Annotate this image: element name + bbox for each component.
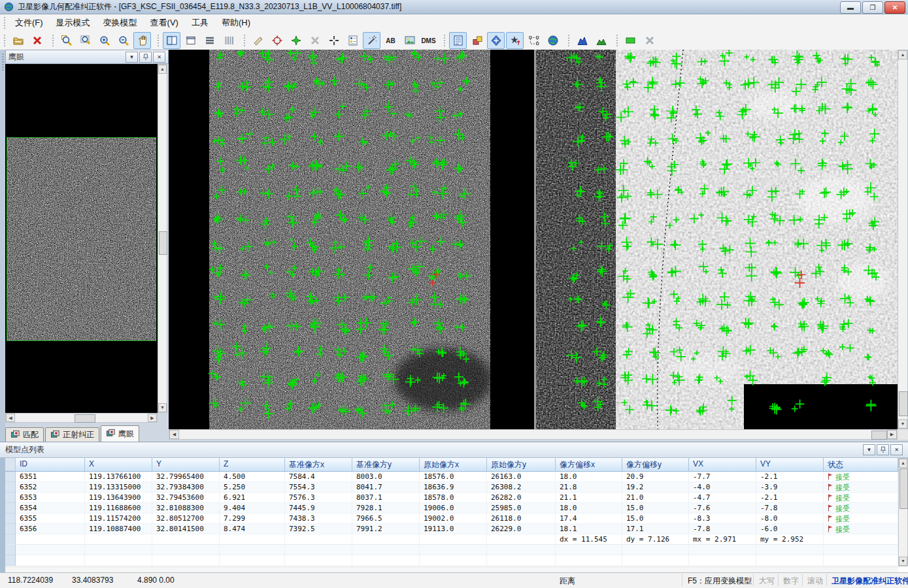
scroll-right-icon[interactable]: ▶ bbox=[887, 430, 897, 439]
column-header-10[interactable]: 像方偏移y bbox=[622, 458, 689, 471]
image-viewer[interactable] bbox=[169, 50, 898, 429]
menu-item-1[interactable]: 文件(F) bbox=[8, 14, 50, 31]
single-window-button[interactable] bbox=[182, 32, 199, 49]
delete-gray-button[interactable] bbox=[306, 32, 324, 49]
overview-hscrollbar[interactable]: ◀ ▶ bbox=[5, 413, 158, 423]
overview-vscrollbar[interactable]: ▲ ▼ bbox=[158, 64, 167, 413]
histogram-blue-button[interactable] bbox=[573, 32, 591, 49]
status-cell[interactable]: 接受 bbox=[824, 493, 898, 503]
status-cell[interactable]: 接受 bbox=[824, 482, 898, 493]
image-view-button[interactable] bbox=[401, 32, 418, 49]
close-gray-button[interactable] bbox=[641, 32, 658, 49]
close-button[interactable]: ✕ bbox=[884, 1, 905, 14]
column-header-4[interactable]: Z bbox=[220, 458, 285, 471]
column-header-7[interactable]: 原始像方x bbox=[420, 458, 487, 471]
scroll-down-icon[interactable]: ▼ bbox=[898, 419, 907, 429]
ab-label-button[interactable]: AB bbox=[382, 32, 399, 49]
column-header-8[interactable]: 原始像方y bbox=[487, 458, 556, 471]
table-vscrollbar[interactable]: ▲ ▼ bbox=[898, 458, 908, 566]
crosshair-button[interactable] bbox=[325, 32, 343, 49]
overview-hscroll-thumb[interactable] bbox=[75, 414, 95, 423]
column-header-5[interactable]: 基准像方x bbox=[285, 458, 352, 471]
scroll-up-icon[interactable]: ▲ bbox=[898, 50, 907, 59]
table-vscroll-thumb[interactable] bbox=[900, 468, 908, 509]
scroll-down-icon[interactable]: ▼ bbox=[899, 557, 907, 566]
table-row[interactable]: 6356119.1088740032.801415008.4747392.579… bbox=[5, 524, 898, 534]
viewer-hscroll-thumb[interactable] bbox=[871, 431, 887, 440]
menu-item-4[interactable]: 查看(V) bbox=[144, 14, 185, 31]
attribute-list-button[interactable] bbox=[449, 32, 467, 49]
view-splitter[interactable] bbox=[534, 50, 536, 429]
status-cell[interactable]: 接受 bbox=[824, 514, 898, 524]
column-header-1[interactable]: ID bbox=[16, 458, 85, 471]
globe-button[interactable] bbox=[544, 32, 562, 49]
green-rect-button[interactable] bbox=[622, 32, 639, 49]
zoom-in-button[interactable] bbox=[95, 32, 113, 49]
zoom-window-button[interactable] bbox=[76, 32, 94, 49]
panel-pin-icon[interactable] bbox=[139, 52, 152, 63]
scroll-down-icon[interactable]: ▼ bbox=[158, 403, 167, 412]
panel-pin-icon[interactable] bbox=[877, 444, 889, 455]
scroll-left-icon[interactable]: ◀ bbox=[169, 430, 179, 439]
overview-canvas[interactable] bbox=[5, 64, 158, 413]
minimize-button[interactable]: ▬ bbox=[840, 1, 861, 14]
column-header-9[interactable]: 像方偏移x bbox=[556, 458, 622, 471]
add-point-ruler-button[interactable] bbox=[249, 32, 267, 49]
viewer-vscroll-thumb[interactable] bbox=[899, 391, 908, 416]
view-tab-1[interactable]: 匹配 bbox=[5, 427, 44, 442]
star-move-button[interactable] bbox=[287, 32, 305, 49]
delete-red-button[interactable] bbox=[28, 32, 46, 49]
viewer-hscrollbar[interactable]: ◀ ▶ bbox=[169, 429, 898, 440]
flight-route-button[interactable] bbox=[506, 32, 524, 49]
view-tab-2[interactable]: 正射纠正 bbox=[45, 427, 99, 442]
tile-horizontal-button[interactable] bbox=[201, 32, 218, 49]
diamond-flag-button[interactable] bbox=[487, 32, 505, 49]
dms-label-button[interactable]: DMS bbox=[420, 32, 437, 49]
terrain-green-button[interactable] bbox=[592, 32, 610, 49]
table-row[interactable]: 6353119.1364390032.794536006.9217576.380… bbox=[5, 493, 898, 503]
scroll-right-icon[interactable]: ▶ bbox=[148, 414, 157, 422]
restore-button[interactable]: ❐ bbox=[862, 1, 883, 14]
magic-wand-button[interactable] bbox=[363, 32, 380, 49]
transform-box-button[interactable] bbox=[525, 32, 543, 49]
target-point-button[interactable] bbox=[268, 32, 286, 49]
overview-thumbnail[interactable] bbox=[7, 137, 156, 341]
panel-dropdown-icon[interactable]: ▼ bbox=[126, 52, 138, 63]
menu-item-5[interactable]: 工具 bbox=[185, 14, 215, 31]
pan-hand-button[interactable] bbox=[133, 32, 151, 49]
split-two-pane-button[interactable] bbox=[163, 32, 180, 49]
column-header-12[interactable]: VY bbox=[756, 458, 824, 471]
view-tab-3[interactable]: 鹰眼 bbox=[101, 425, 139, 442]
column-header-2[interactable]: X bbox=[85, 458, 152, 471]
menu-grip bbox=[3, 17, 6, 29]
zoom-region-button[interactable] bbox=[58, 32, 75, 49]
column-header-6[interactable]: 基准像方y bbox=[352, 458, 420, 471]
open-file-button[interactable] bbox=[9, 32, 27, 49]
table-row[interactable]: 6355119.1157420032.805127007.2997438.379… bbox=[5, 514, 898, 524]
scroll-up-icon[interactable]: ▲ bbox=[158, 65, 167, 74]
tile-vertical-button[interactable] bbox=[220, 32, 237, 49]
table-row[interactable]: 6351119.1376610032.799654004.5007584.480… bbox=[5, 472, 898, 482]
table-row[interactable]: 6354119.1168860032.810883009.4047445.979… bbox=[5, 503, 898, 514]
panel-close-icon[interactable]: ✕ bbox=[890, 444, 903, 455]
status-cell[interactable]: 接受 bbox=[824, 503, 898, 514]
status-cell[interactable]: 接受 bbox=[824, 472, 898, 482]
panel-close-icon[interactable]: ✕ bbox=[153, 52, 165, 63]
zoom-out-button[interactable] bbox=[114, 32, 132, 49]
color-blocks-button[interactable] bbox=[468, 32, 486, 49]
status-cell[interactable]: 接受 bbox=[824, 524, 898, 534]
table-row[interactable]: 6352119.1331500032.793843005.2507554.380… bbox=[5, 482, 898, 493]
panel-dropdown-icon[interactable]: ▼ bbox=[863, 444, 875, 455]
column-header-11[interactable]: VX bbox=[689, 458, 756, 471]
menu-item-6[interactable]: 帮助(H) bbox=[215, 14, 257, 31]
scroll-left-icon[interactable]: ◀ bbox=[6, 414, 15, 422]
scroll-up-icon[interactable]: ▲ bbox=[899, 459, 907, 468]
image-compare-canvas[interactable] bbox=[169, 50, 898, 429]
overview-vscroll-thumb[interactable] bbox=[159, 231, 167, 255]
point-list-button[interactable] bbox=[344, 32, 362, 49]
viewer-vscrollbar[interactable]: ▲ ▼ bbox=[898, 50, 908, 429]
menu-item-3[interactable]: 变换模型 bbox=[97, 14, 144, 31]
column-header-3[interactable]: Y bbox=[152, 458, 220, 471]
menu-item-2[interactable]: 显示模式 bbox=[50, 14, 97, 31]
column-header-13[interactable]: 状态 bbox=[824, 458, 898, 471]
